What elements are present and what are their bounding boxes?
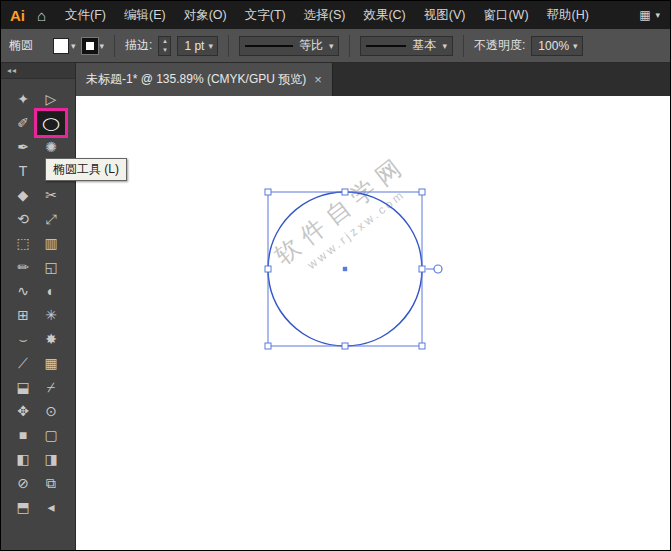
selection-handle[interactable] <box>342 189 348 195</box>
grid-tool-icon: ⊞ <box>17 307 29 323</box>
app-logo[interactable]: Ai <box>1 7 35 24</box>
menu-effect[interactable]: 效果(C) <box>354 1 414 29</box>
screen-mode-caret[interactable]: ◂ <box>37 495 65 519</box>
spiral-tool[interactable]: ∿ <box>9 279 37 303</box>
hand-tool-icon: ✥ <box>17 403 29 419</box>
color-button[interactable]: ◧ <box>9 447 37 471</box>
symbol-sprayer-tool-icon: ✸ <box>45 331 57 347</box>
selection-handle[interactable] <box>265 266 271 272</box>
shape-builder-tool[interactable]: ◱ <box>37 255 65 279</box>
stroke-weight-field[interactable]: 1 pt ▾ <box>177 36 218 56</box>
stroke-weight-stepper[interactable]: ▴ ▾ <box>158 36 171 56</box>
gradient-tool[interactable]: ◐ <box>37 279 65 303</box>
selection-handle[interactable] <box>265 343 271 349</box>
screen-mode-caret-icon: ◂ <box>47 499 54 515</box>
column-graph-tool[interactable]: ▥ <box>37 231 65 255</box>
artboard-tool-icon: ⬓ <box>16 379 29 395</box>
control-bar: 椭圆 ▾ ▾ 描边: ▴ ▾ 1 pt ▾ 等比 ▾ 基本 ▾ <box>1 29 670 63</box>
zoom-tool[interactable]: ⊙ <box>37 399 65 423</box>
mesh-tool[interactable]: ▦ <box>37 351 65 375</box>
scale-tool[interactable]: ⤢ <box>37 207 65 231</box>
magic-wand-tool-icon: ✦ <box>17 91 29 107</box>
width-tool[interactable]: ⌣ <box>9 327 37 351</box>
transform-widget[interactable] <box>434 265 442 273</box>
divider <box>349 35 350 57</box>
magic-wand-tool[interactable]: ✦ <box>9 87 37 111</box>
stepper-down-icon[interactable]: ▾ <box>159 46 170 55</box>
drawing-mode-button[interactable]: ⧉ <box>37 471 65 495</box>
stepper-up-icon[interactable]: ▴ <box>159 37 170 46</box>
flare-tool[interactable]: ✳ <box>37 303 65 327</box>
divider <box>114 35 115 57</box>
chevron-down-icon[interactable]: ▾ <box>208 41 213 51</box>
stroke-color-control[interactable]: ▾ <box>82 38 105 54</box>
menu-type[interactable]: 文字(T) <box>236 1 295 29</box>
scissors-tool[interactable]: ✂ <box>37 183 65 207</box>
current-tool-label: 椭圆 <box>9 37 33 54</box>
grid-tool[interactable]: ⊞ <box>9 303 37 327</box>
selection-handle[interactable] <box>419 189 425 195</box>
pen-tool[interactable]: ✒ <box>9 135 37 159</box>
direct-selection-tool[interactable]: ▷ <box>37 87 65 111</box>
paintbrush-tool[interactable]: ✐ <box>9 111 37 135</box>
ellipse-tool[interactable]: ◯ <box>37 111 65 135</box>
menu-view[interactable]: 视图(V) <box>415 1 475 29</box>
menu-select[interactable]: 选择(S) <box>295 1 355 29</box>
stroke-color-swatch[interactable] <box>82 38 98 54</box>
opacity-field[interactable]: 100% ▾ <box>531 36 582 56</box>
menu-object[interactable]: 对象(O) <box>175 1 236 29</box>
close-icon[interactable]: × <box>314 72 322 87</box>
tool-tooltip: 椭圆工具 (L) <box>45 158 127 181</box>
eraser-tool[interactable]: ◆ <box>9 183 37 207</box>
panel-collapse-button[interactable]: ◂◂ <box>1 63 75 79</box>
free-transform-tool[interactable]: ⬚ <box>9 231 37 255</box>
pen-tool-icon: ✒ <box>17 139 29 155</box>
menu-help[interactable]: 帮助(H) <box>538 1 598 29</box>
menu-window[interactable]: 窗口(W) <box>474 1 537 29</box>
center-point <box>343 267 347 271</box>
screen-mode-button[interactable]: ⬒ <box>9 495 37 519</box>
brush-definition-value: 基本 <box>412 37 436 54</box>
brush-definition-dropdown[interactable]: 基本 ▾ <box>360 36 453 56</box>
screen-mode-button-icon: ⬒ <box>16 499 29 515</box>
chevron-down-icon[interactable]: ▾ <box>573 41 578 51</box>
canvas[interactable]: 软件自学网 www.rjzxw.com <box>76 96 670 551</box>
slice-tool[interactable]: ⌿ <box>37 375 65 399</box>
selection-handle[interactable] <box>419 266 425 272</box>
type-tool[interactable]: T <box>9 159 37 183</box>
knife-tool[interactable]: ⟋ <box>9 351 37 375</box>
direct-selection-tool-icon: ▷ <box>46 91 57 107</box>
chevron-down-icon[interactable]: ▾ <box>442 41 447 51</box>
scissors-tool-icon: ✂ <box>45 187 57 203</box>
document-tab[interactable]: 未标题-1* @ 135.89% (CMYK/GPU 预览) × <box>76 63 333 96</box>
home-icon[interactable]: ⌂ <box>35 7 56 24</box>
fill-color-swatch[interactable] <box>53 38 69 54</box>
artboard-tool[interactable]: ⬓ <box>9 375 37 399</box>
gradient-button[interactable]: ◨ <box>37 447 65 471</box>
ellipse-tool-icon: ◯ <box>42 115 60 130</box>
hand-tool[interactable]: ✥ <box>9 399 37 423</box>
chevron-down-icon[interactable]: ▾ <box>329 41 334 51</box>
fill-color-swatch[interactable]: ■ <box>9 423 37 447</box>
width-profile-dropdown[interactable]: 等比 ▾ <box>239 36 340 56</box>
chevron-down-icon[interactable]: ▾ <box>71 41 76 51</box>
flare-tool-icon: ✳ <box>45 307 57 323</box>
selection-handle[interactable] <box>419 343 425 349</box>
rotate-tool[interactable]: ⟲ <box>9 207 37 231</box>
selection-handle[interactable] <box>342 343 348 349</box>
main-area: ◂◂ ✦▷✐◯✒✺T◌◆✂⟲⤢⬚▥✏◱∿◐⊞✳⌣✸⟋▦⬓⌿✥⊙■▢◧◨⊘⧉⬒◂ … <box>1 63 670 551</box>
fill-color-control[interactable]: ▾ <box>53 38 76 54</box>
menu-bar: Ai ⌂ 文件(F) 编辑(E) 对象(O) 文字(T) 选择(S) 效果(C)… <box>1 1 670 29</box>
chevron-down-icon[interactable]: ▾ <box>100 41 105 51</box>
pencil-tool[interactable]: ✏ <box>9 255 37 279</box>
none-button[interactable]: ⊘ <box>9 471 37 495</box>
selection-handle[interactable] <box>265 189 271 195</box>
menu-edit[interactable]: 编辑(E) <box>115 1 175 29</box>
workspace-switcher[interactable]: ▦ ▾ <box>639 8 660 22</box>
stroke-color-swatch[interactable]: ▢ <box>37 423 65 447</box>
symbol-sprayer-tool[interactable]: ✸ <box>37 327 65 351</box>
collapse-icon: ◂◂ <box>7 66 17 75</box>
blob-brush-tool[interactable]: ✺ <box>37 135 65 159</box>
menu-file[interactable]: 文件(F) <box>56 1 115 29</box>
color-button-icon: ◧ <box>16 451 29 467</box>
